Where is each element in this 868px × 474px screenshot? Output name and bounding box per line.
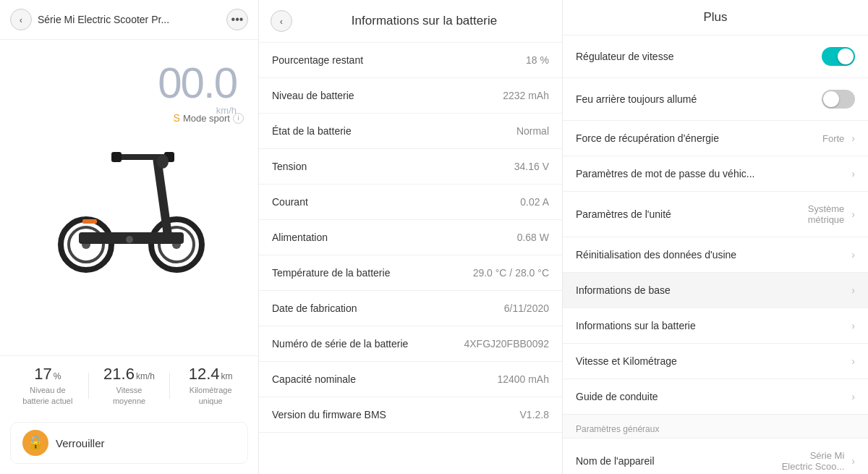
battery-row-label: Niveau de batterie: [272, 90, 354, 101]
battery-row-value: 18 %: [526, 54, 549, 66]
lock-bar: 🔓 Verrouiller: [0, 415, 258, 474]
settings-row-3[interactable]: Paramètres de mot de passe du véhic... ›: [563, 156, 868, 192]
info-icon[interactable]: i: [233, 113, 244, 124]
battery-row-value: 2232 mAh: [503, 90, 549, 101]
toggle-thumb: [823, 91, 839, 107]
stat-battery: 17 % Niveau debatterie actuel: [7, 365, 88, 406]
speed-number: 00.0: [158, 62, 237, 105]
battery-row-value: 29.0 °C / 28.0 °C: [473, 267, 549, 279]
chevron-icon: ›: [851, 132, 855, 144]
battery-row-value: Normal: [516, 125, 549, 137]
battery-row-6: Température de la batterie 29.0 °C / 28.…: [259, 255, 562, 291]
battery-row-value: 6/11/2020: [504, 302, 549, 314]
battery-row-value: 12400 mAh: [497, 373, 549, 385]
settings-row-8[interactable]: Vitesse et Kilométrage ›: [563, 344, 868, 379]
mid-header: ‹ Informations sur la batterie: [259, 0, 562, 43]
settings-row-label: Informations de base: [576, 284, 851, 296]
battery-row-value: 0.68 W: [517, 232, 549, 243]
mid-back-button[interactable]: ‹: [271, 10, 292, 32]
settings-row-label: Feu arrière toujours allumé: [576, 93, 822, 105]
chevron-icon: ›: [851, 320, 855, 331]
battery-row-7: Date de fabrication 6/11/2020: [259, 291, 562, 326]
stat-speed: 21.6 km/h Vitessemoyenne: [89, 365, 170, 406]
mode-row: S Mode sport i: [174, 112, 244, 124]
right-panel-title: Plus: [574, 10, 856, 25]
section-header-text: Paramètres généraux: [576, 424, 659, 434]
battery-row-value: V1.2.8: [520, 409, 549, 420]
scooter-area: 00.0 km/h S Mode sport i: [0, 40, 258, 355]
battery-row-10: Version du firmware BMS V1.2.8: [259, 397, 562, 433]
settings-row-label: Régulateur de vitesse: [576, 51, 822, 62]
left-panel-title: Série Mi Electric Scooter Pr...: [38, 14, 221, 25]
stats-row: 17 % Niveau debatterie actuel 21.6 km/h …: [0, 355, 258, 415]
toggle-thumb: [838, 48, 854, 64]
battery-value: 17: [34, 365, 51, 384]
settings-bottom-row-0[interactable]: Nom de l'appareil Série Mi Electric Scoo…: [563, 439, 868, 474]
svg-point-13: [126, 236, 133, 243]
battery-row-label: Tension: [272, 161, 307, 172]
settings-list: Régulateur de vitesse Feu arrière toujou…: [563, 35, 868, 474]
settings-row-1[interactable]: Feu arrière toujours allumé: [563, 78, 868, 121]
settings-row-label: Paramètres de mot de passe du véhic...: [576, 168, 851, 179]
battery-row-0: Pourcentage restant 18 %: [259, 43, 562, 78]
settings-row-label: Paramètres de l'unité: [576, 208, 808, 220]
km-label: Kilométrageunique: [170, 385, 251, 406]
settings-row-sub: Système métrique: [808, 203, 845, 225]
left-back-button[interactable]: ‹: [10, 9, 32, 30]
settings-row-7[interactable]: Informations sur la batterie ›: [563, 308, 868, 344]
battery-row-8: Numéro de série de la batterie 4XFGJ20FB…: [259, 326, 562, 362]
middle-panel: ‹ Informations sur la batterie Pourcenta…: [259, 0, 563, 474]
battery-row-4: Courant 0.02 A: [259, 185, 562, 220]
battery-label: Niveau debatterie actuel: [7, 385, 88, 406]
battery-row-label: Numéro de série de la batterie: [272, 338, 408, 350]
lock-button[interactable]: 🔓 Verrouiller: [10, 422, 248, 464]
more-button[interactable]: •••: [226, 9, 248, 30]
speed-value: 21.6: [103, 365, 135, 384]
chevron-icon: ›: [851, 355, 855, 367]
chevron-icon: ›: [851, 249, 855, 261]
toggle-0[interactable]: [822, 47, 855, 66]
settings-row-label: Informations sur la batterie: [576, 320, 851, 331]
settings-row-label: Vitesse et Kilométrage: [576, 355, 851, 367]
section-header-general: Paramètres généraux: [563, 415, 868, 439]
settings-row-label: Force de récupération d'énergie: [576, 132, 822, 144]
settings-bottom-sub: Série Mi Electric Scoo...: [782, 450, 845, 472]
speed-display: 00.0 km/h: [158, 62, 237, 116]
sport-icon: S: [174, 112, 180, 124]
settings-row-6[interactable]: Informations de base ›: [563, 273, 868, 308]
chevron-icon: ›: [851, 168, 855, 179]
battery-row-3: Tension 34.16 V: [259, 149, 562, 185]
right-panel: Plus Régulateur de vitesse Feu arrière t…: [563, 0, 868, 474]
chevron-icon: ›: [851, 284, 855, 296]
settings-row-9[interactable]: Guide de conduite ›: [563, 379, 868, 415]
battery-row-label: Pourcentage restant: [272, 54, 363, 66]
stat-km: 12.4 km Kilométrageunique: [170, 365, 251, 406]
left-header: ‹ Série Mi Electric Scooter Pr... •••: [0, 0, 258, 40]
km-value: 12.4: [189, 365, 220, 384]
battery-row-label: Version du firmware BMS: [272, 409, 386, 420]
battery-row-5: Alimentation 0.68 W: [259, 220, 562, 255]
scooter-image: [43, 118, 216, 277]
toggle-1[interactable]: [822, 90, 855, 109]
mode-label: Mode sport: [183, 113, 230, 124]
settings-row-2[interactable]: Force de récupération d'énergie Forte ›: [563, 121, 868, 156]
svg-rect-12: [82, 219, 97, 224]
lock-icon: 🔓: [22, 430, 48, 456]
settings-row-label: Guide de conduite: [576, 391, 851, 402]
right-header: Plus: [563, 0, 868, 35]
battery-row-label: Date de fabrication: [272, 302, 357, 314]
settings-row-sub: Forte: [822, 133, 844, 144]
battery-row-label: Capacité nominale: [272, 373, 356, 385]
svg-point-11: [157, 154, 169, 169]
battery-row-9: Capacité nominale 12400 mAh: [259, 362, 562, 397]
battery-row-value: 0.02 A: [520, 196, 549, 208]
settings-row-0[interactable]: Régulateur de vitesse: [563, 35, 868, 78]
left-panel: ‹ Série Mi Electric Scooter Pr... ••• 00…: [0, 0, 259, 474]
battery-row-value: 4XFGJ20FBB0092: [464, 338, 549, 350]
settings-row-5[interactable]: Réinitialisation des données d'usine ›: [563, 237, 868, 273]
battery-row-label: Alimentation: [272, 232, 328, 243]
battery-row-1: Niveau de batterie 2232 mAh: [259, 78, 562, 114]
battery-unit: %: [54, 371, 61, 381]
km-unit: km: [221, 371, 233, 381]
settings-row-4[interactable]: Paramètres de l'unité Système métrique ›: [563, 192, 868, 237]
